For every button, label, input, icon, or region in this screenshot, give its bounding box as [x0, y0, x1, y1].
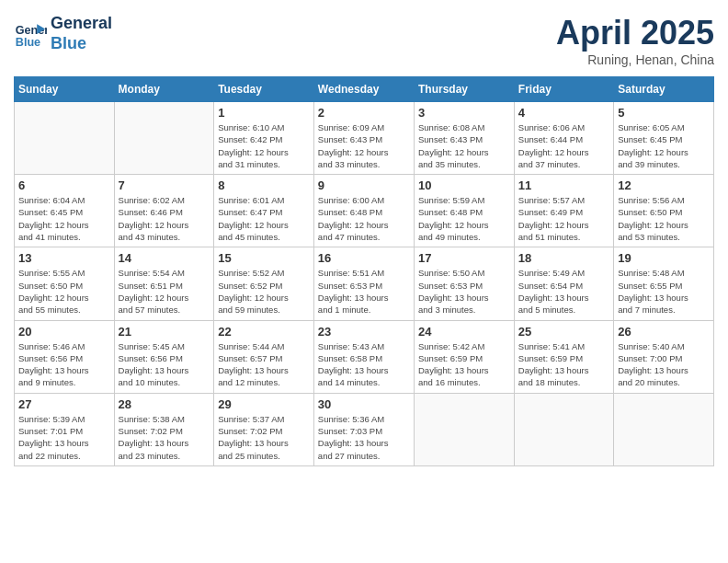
day-info: Sunrise: 5:40 AM Sunset: 7:00 PM Dayligh…: [618, 340, 710, 389]
calendar-cell: 1Sunrise: 6:10 AM Sunset: 6:42 PM Daylig…: [214, 102, 314, 175]
weekday-header: Wednesday: [313, 77, 414, 102]
day-info: Sunrise: 5:45 AM Sunset: 6:56 PM Dayligh…: [119, 340, 210, 389]
calendar-cell: 25Sunrise: 5:41 AM Sunset: 6:59 PM Dayli…: [514, 320, 613, 393]
page-header: General Blue General Blue April 2025 Run…: [14, 14, 714, 67]
day-info: Sunrise: 6:04 AM Sunset: 6:45 PM Dayligh…: [18, 194, 110, 243]
calendar-cell: 5Sunrise: 6:05 AM Sunset: 6:45 PM Daylig…: [614, 102, 714, 175]
day-info: Sunrise: 5:57 AM Sunset: 6:49 PM Dayligh…: [518, 194, 609, 243]
calendar-cell: 28Sunrise: 5:38 AM Sunset: 7:02 PM Dayli…: [114, 393, 214, 465]
calendar-cell: 21Sunrise: 5:45 AM Sunset: 6:56 PM Dayli…: [114, 320, 214, 393]
logo-line1: General: [51, 14, 112, 34]
calendar-cell: 17Sunrise: 5:50 AM Sunset: 6:53 PM Dayli…: [414, 247, 514, 320]
calendar-cell: [514, 393, 613, 465]
day-number: 5: [618, 106, 710, 120]
day-info: Sunrise: 5:41 AM Sunset: 6:59 PM Dayligh…: [518, 340, 609, 389]
day-number: 9: [318, 178, 410, 192]
day-info: Sunrise: 5:42 AM Sunset: 6:59 PM Dayligh…: [418, 340, 510, 389]
calendar-cell: 19Sunrise: 5:48 AM Sunset: 6:55 PM Dayli…: [614, 247, 714, 320]
calendar-cell: 20Sunrise: 5:46 AM Sunset: 6:56 PM Dayli…: [15, 320, 115, 393]
calendar-cell: [414, 393, 514, 465]
day-number: 10: [418, 178, 510, 192]
day-number: 17: [418, 251, 510, 265]
day-info: Sunrise: 6:00 AM Sunset: 6:48 PM Dayligh…: [318, 194, 410, 243]
calendar-cell: 29Sunrise: 5:37 AM Sunset: 7:02 PM Dayli…: [214, 393, 314, 465]
calendar-cell: 11Sunrise: 5:57 AM Sunset: 6:49 PM Dayli…: [514, 175, 613, 247]
title-section: April 2025 Runing, Henan, China: [556, 14, 714, 67]
svg-text:Blue: Blue: [16, 35, 40, 48]
calendar-cell: 7Sunrise: 6:02 AM Sunset: 6:46 PM Daylig…: [114, 175, 214, 247]
day-info: Sunrise: 6:10 AM Sunset: 6:42 PM Dayligh…: [218, 121, 310, 170]
day-number: 3: [418, 106, 510, 120]
calendar-cell: 26Sunrise: 5:40 AM Sunset: 7:00 PM Dayli…: [614, 320, 714, 393]
day-number: 13: [18, 251, 110, 265]
calendar-cell: 15Sunrise: 5:52 AM Sunset: 6:52 PM Dayli…: [214, 247, 314, 320]
day-number: 11: [518, 178, 609, 192]
day-number: 15: [218, 251, 310, 265]
calendar-cell: 22Sunrise: 5:44 AM Sunset: 6:57 PM Dayli…: [214, 320, 314, 393]
calendar-cell: 3Sunrise: 6:08 AM Sunset: 6:43 PM Daylig…: [414, 102, 514, 175]
calendar-cell: 9Sunrise: 6:00 AM Sunset: 6:48 PM Daylig…: [313, 175, 414, 247]
day-info: Sunrise: 6:05 AM Sunset: 6:45 PM Dayligh…: [618, 121, 710, 170]
day-info: Sunrise: 5:50 AM Sunset: 6:53 PM Dayligh…: [418, 267, 510, 316]
calendar-cell: [114, 102, 214, 175]
day-number: 7: [119, 178, 210, 192]
day-number: 28: [119, 397, 210, 411]
day-info: Sunrise: 5:51 AM Sunset: 6:53 PM Dayligh…: [318, 267, 410, 316]
day-info: Sunrise: 5:54 AM Sunset: 6:51 PM Dayligh…: [119, 267, 210, 316]
calendar-cell: 27Sunrise: 5:39 AM Sunset: 7:01 PM Dayli…: [15, 393, 115, 465]
day-number: 29: [218, 397, 310, 411]
day-info: Sunrise: 5:37 AM Sunset: 7:02 PM Dayligh…: [218, 413, 310, 462]
day-info: Sunrise: 5:52 AM Sunset: 6:52 PM Dayligh…: [218, 267, 310, 316]
calendar-cell: 2Sunrise: 6:09 AM Sunset: 6:43 PM Daylig…: [313, 102, 414, 175]
day-info: Sunrise: 5:43 AM Sunset: 6:58 PM Dayligh…: [318, 340, 410, 389]
day-info: Sunrise: 5:46 AM Sunset: 6:56 PM Dayligh…: [18, 340, 110, 389]
calendar-week-row: 20Sunrise: 5:46 AM Sunset: 6:56 PM Dayli…: [15, 320, 714, 393]
weekday-header: Friday: [514, 77, 613, 102]
day-info: Sunrise: 5:36 AM Sunset: 7:03 PM Dayligh…: [318, 413, 410, 462]
calendar-cell: 8Sunrise: 6:01 AM Sunset: 6:47 PM Daylig…: [214, 175, 314, 247]
calendar-cell: 24Sunrise: 5:42 AM Sunset: 6:59 PM Dayli…: [414, 320, 514, 393]
day-number: 19: [618, 251, 710, 265]
weekday-header: Sunday: [15, 77, 115, 102]
day-info: Sunrise: 6:01 AM Sunset: 6:47 PM Dayligh…: [218, 194, 310, 243]
calendar-week-row: 1Sunrise: 6:10 AM Sunset: 6:42 PM Daylig…: [15, 102, 714, 175]
calendar-header-row: SundayMondayTuesdayWednesdayThursdayFrid…: [15, 77, 714, 102]
day-number: 2: [318, 106, 410, 120]
logo: General Blue General Blue: [14, 14, 112, 53]
calendar-cell: 18Sunrise: 5:49 AM Sunset: 6:54 PM Dayli…: [514, 247, 613, 320]
day-info: Sunrise: 6:08 AM Sunset: 6:43 PM Dayligh…: [418, 121, 510, 170]
day-number: 21: [119, 325, 210, 339]
day-number: 30: [318, 397, 410, 411]
day-number: 18: [518, 251, 609, 265]
day-info: Sunrise: 6:09 AM Sunset: 6:43 PM Dayligh…: [318, 121, 410, 170]
day-info: Sunrise: 5:55 AM Sunset: 6:50 PM Dayligh…: [18, 267, 110, 316]
day-number: 26: [618, 325, 710, 339]
day-number: 4: [518, 106, 609, 120]
logo-line2: Blue: [51, 34, 112, 54]
day-number: 16: [318, 251, 410, 265]
day-number: 27: [18, 397, 110, 411]
calendar-week-row: 6Sunrise: 6:04 AM Sunset: 6:45 PM Daylig…: [15, 175, 714, 247]
calendar-week-row: 13Sunrise: 5:55 AM Sunset: 6:50 PM Dayli…: [15, 247, 714, 320]
day-info: Sunrise: 5:49 AM Sunset: 6:54 PM Dayligh…: [518, 267, 609, 316]
calendar-cell: [614, 393, 714, 465]
day-info: Sunrise: 5:38 AM Sunset: 7:02 PM Dayligh…: [119, 413, 210, 462]
weekday-header: Tuesday: [214, 77, 314, 102]
weekday-header: Monday: [114, 77, 214, 102]
day-number: 20: [18, 325, 110, 339]
day-info: Sunrise: 5:56 AM Sunset: 6:50 PM Dayligh…: [618, 194, 710, 243]
calendar-cell: 13Sunrise: 5:55 AM Sunset: 6:50 PM Dayli…: [15, 247, 115, 320]
day-number: 22: [218, 325, 310, 339]
calendar-cell: 12Sunrise: 5:56 AM Sunset: 6:50 PM Dayli…: [614, 175, 714, 247]
calendar-cell: 30Sunrise: 5:36 AM Sunset: 7:03 PM Dayli…: [313, 393, 414, 465]
calendar-cell: 16Sunrise: 5:51 AM Sunset: 6:53 PM Dayli…: [313, 247, 414, 320]
day-number: 24: [418, 325, 510, 339]
calendar-cell: 14Sunrise: 5:54 AM Sunset: 6:51 PM Dayli…: [114, 247, 214, 320]
calendar-cell: 23Sunrise: 5:43 AM Sunset: 6:58 PM Dayli…: [313, 320, 414, 393]
day-info: Sunrise: 6:02 AM Sunset: 6:46 PM Dayligh…: [119, 194, 210, 243]
day-number: 1: [218, 106, 310, 120]
day-info: Sunrise: 5:44 AM Sunset: 6:57 PM Dayligh…: [218, 340, 310, 389]
day-number: 8: [218, 178, 310, 192]
calendar-cell: [15, 102, 115, 175]
day-info: Sunrise: 5:39 AM Sunset: 7:01 PM Dayligh…: [18, 413, 110, 462]
